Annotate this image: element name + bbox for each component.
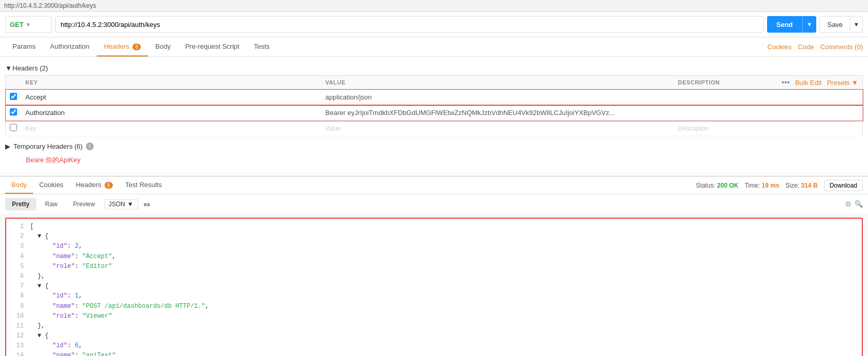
code-line: 12 ▼ { [11,331,857,341]
row-value: application/json [321,90,674,105]
top-bar: http://10.4.5.2:3000/api/auth/keys [0,0,868,12]
url-input[interactable] [55,16,764,33]
format-bar: Pretty Raw Preview JSON ▼ ⇔ ⧉ 🔍 [0,194,868,215]
row-checkbox[interactable] [10,93,17,100]
placeholder-checkbox[interactable] [10,124,17,131]
row-key: Authorization [21,105,321,121]
wrap-button[interactable]: ⇔ [140,197,154,211]
status-value: 200 OK [717,182,738,189]
tab-params[interactable]: Params [5,37,43,56]
code-line: 9 "name": "POST /api/dashboards/db HTTP/… [11,302,857,311]
code-line: 3 "id": 2, [11,241,857,251]
size-value: 314 B [801,182,818,189]
code-area: 1 [ 2 ▼ { 3 "id": 2, 4 "name": "Accept",… [5,218,863,356]
row-checkbox[interactable] [10,108,17,116]
headers-table: KEY VALUE DESCRIPTION ••• Bulk Edit Pres… [5,75,863,136]
response-tab-headers[interactable]: Headers 6 [70,177,119,194]
tab-headers[interactable]: Headers 8 [97,37,148,56]
format-raw-button[interactable]: Raw [38,198,64,210]
response-tab-cookies[interactable]: Cookies [33,177,70,194]
tab-authorization[interactable]: Authorization [43,37,97,56]
request-panel: ▼ Headers (2) KEY VALUE DESCRIPTION ••• … [0,57,868,171]
code-line: 4 "name": "Accept", [11,252,857,262]
table-row: Accept application/json [6,90,863,105]
placeholder-desc: Description [674,121,759,136]
table-row-placeholder: Key Value Description [6,121,863,136]
tab-prerequest[interactable]: Pre-request Script [178,37,247,56]
link-code[interactable]: Code [798,43,814,51]
row-value: Bearer eyJrIjoiTmdkbXFDbGdUMGFlWEtwZzNQM… [321,105,674,121]
placeholder-check [6,121,22,136]
code-line: 14 "name": "apiTest", [11,351,857,356]
row-key: Accept [21,90,321,105]
url-bar: GET ▼ Send ▼ Save ▼ [0,12,868,37]
code-line: 6 }, [11,272,857,281]
time-value: 19 ms [762,182,779,189]
download-button[interactable]: Download [824,180,863,191]
save-dropdown-button[interactable]: ▼ [850,16,863,33]
link-cookies[interactable]: Cookies [768,43,792,51]
window-url: http://10.4.5.2:3000/api/auth/keys [4,2,96,9]
presets-button[interactable]: Presets ▼ [827,79,858,87]
send-button[interactable]: Send [767,16,802,33]
headers-section-toggle[interactable]: ▼ Headers (2) [5,61,863,75]
response-tab-test-results[interactable]: Test Results [119,177,168,194]
json-type-select[interactable]: JSON ▼ [104,199,138,209]
temp-collapse-icon: ▶ [5,143,10,150]
request-tabs: Params Authorization Headers 8 Body Pre-… [0,37,868,57]
send-dropdown-button[interactable]: ▼ [802,16,817,33]
temp-headers-title: Temporary Headers (6) [13,143,83,150]
table-row: Authorization Bearer eyJrIjoiTmdkbXFDbGd… [6,105,863,121]
col-description: DESCRIPTION [674,76,759,90]
headers-section-title: Headers (2) [12,64,48,72]
search-icon[interactable]: 🔍 [855,200,863,208]
response-panel: Body Cookies Headers 6 Test Results Stat… [0,176,868,356]
placeholder-value: Value [321,121,674,136]
annotation-text: Beare 你的ApiKey [5,153,863,167]
col-key: KEY [21,76,321,90]
code-line: 7 ▼ { [11,281,857,291]
code-line: 1 [ [11,222,857,232]
placeholder-actions [759,121,863,136]
row-checkbox-cell [6,105,22,121]
collapse-icon: ▼ [5,64,10,72]
method-chevron-icon: ▼ [26,22,31,27]
placeholder-key: Key [21,121,321,136]
col-value: VALUE [321,76,674,90]
json-chevron-icon: ▼ [127,201,134,208]
row-description [674,105,759,121]
format-pretty-button[interactable]: Pretty [5,198,36,210]
more-options-icon[interactable]: ••• [782,78,790,87]
format-preview-button[interactable]: Preview [66,198,102,210]
copy-icon[interactable]: ⧉ [846,200,850,208]
code-line: 13 "id": 6, [11,341,857,351]
code-line: 8 "id": 1, [11,291,857,301]
tab-tests[interactable]: Tests [246,37,276,56]
code-line: 5 "role": "Editor" [11,262,857,272]
tab-body[interactable]: Body [148,37,178,56]
status-bar: Status: 200 OK Time: 19 ms Size: 314 B D… [696,180,863,191]
method-text: GET [10,21,24,29]
bulk-edit-button[interactable]: Bulk Edit [795,79,821,87]
temp-headers-section[interactable]: ▶ Temporary Headers (6) i [5,139,863,153]
col-check [6,76,22,90]
code-line: 11 }, [11,321,857,331]
link-comments[interactable]: Comments (0) [820,43,863,51]
save-button[interactable]: Save [819,16,850,33]
size-label: Size: 314 B [786,182,818,189]
row-checkbox-cell [6,90,22,105]
table-actions: ••• Bulk Edit Presets ▼ [763,78,859,87]
response-tabs: Body Cookies Headers 6 Test Results Stat… [0,177,868,194]
panel-divider [0,173,868,174]
request-tabs-right: Cookies Code Comments (0) [768,43,863,51]
method-select[interactable]: GET ▼ [5,16,52,33]
status-label: Status: 200 OK [696,182,739,189]
json-label: JSON [109,201,125,208]
code-line: 10 "role": "Viewer" [11,311,857,321]
row-actions [759,105,863,121]
format-bar-right: ⧉ 🔍 [846,200,863,208]
row-description [674,90,759,105]
save-btn-group: Save ▼ [819,16,863,33]
code-line: 2 ▼ { [11,232,857,241]
response-tab-body[interactable]: Body [5,177,33,194]
